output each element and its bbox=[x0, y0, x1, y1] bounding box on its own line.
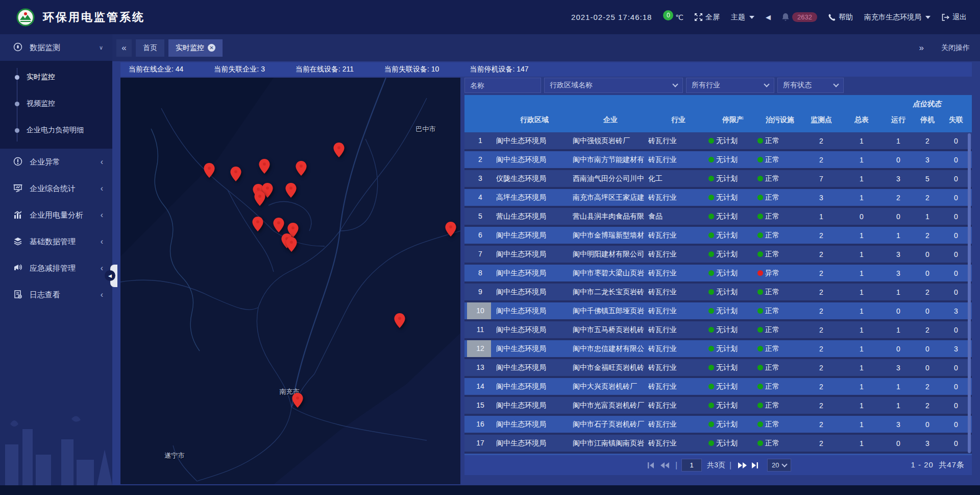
pagination-summary: 1 - 20 共47条 bbox=[911, 460, 965, 470]
submenu-dot bbox=[15, 102, 19, 106]
map-pin-14[interactable] bbox=[286, 237, 297, 252]
row-stop-plan-status-label: 无计划 bbox=[716, 288, 738, 296]
sidebar-item-label: 日志查看 bbox=[30, 290, 60, 300]
map-pin-15[interactable] bbox=[445, 222, 456, 237]
row-stop-plan-status: 无计划 bbox=[708, 325, 757, 335]
close-icon[interactable]: ✕ bbox=[208, 44, 215, 52]
table-row[interactable]: 10阆中生态环境局阆中千佛镇五郎垭页岩砖瓦行业无计划正常21003 bbox=[464, 302, 972, 319]
table-row[interactable]: 11阆中生态环境局阆中市五马桥页岩机砖砖瓦行业无计划正常21120 bbox=[464, 321, 972, 338]
table-row[interactable]: 1阆中生态环境局阆中强锐页岩砖厂砖瓦行业无计划正常21120 bbox=[464, 132, 972, 149]
row-lost: 0 bbox=[941, 383, 971, 391]
chevron-down-icon bbox=[925, 16, 930, 19]
map-pin-8[interactable] bbox=[285, 183, 297, 198]
first-page-button[interactable] bbox=[645, 460, 658, 471]
table-row[interactable]: 6阆中生态环境局阆中市金博瑞新型墙材砖瓦行业无计划正常21120 bbox=[464, 227, 972, 244]
row-stopped: 1 bbox=[914, 213, 941, 221]
next-page-button[interactable] bbox=[736, 460, 749, 471]
sidebar-item-4[interactable]: 企业用电量分析‹ bbox=[0, 202, 112, 228]
sidebar-subitem-企业电力负荷明细[interactable]: 企业电力负荷明细 bbox=[0, 117, 112, 144]
table-row[interactable]: 12阆中生态环境局阆中市忠信建材有限公砖瓦行业无计划正常21003 bbox=[464, 340, 972, 357]
page-size-select[interactable]: 20 bbox=[767, 459, 791, 472]
fullscreen-button[interactable]: 全屏 bbox=[695, 13, 720, 22]
table-row[interactable]: 14阆中生态环境局阆中大兴页岩机砖厂砖瓦行业无计划正常21120 bbox=[464, 378, 972, 395]
map-pin-11[interactable] bbox=[273, 218, 284, 233]
table-row[interactable]: 13阆中生态环境局阆中市金福旺页岩机砖砖瓦行业无计划正常21300 bbox=[464, 359, 972, 376]
table-row[interactable]: 2阆中生态环境局阆中市南方节能建材有砖瓦行业无计划正常21030 bbox=[464, 151, 972, 168]
map-pin-16[interactable] bbox=[394, 313, 405, 328]
prev-page-button[interactable] bbox=[658, 460, 671, 471]
logout-button[interactable]: 退出 bbox=[942, 13, 967, 22]
row-facility-status-label: 正常 bbox=[765, 363, 779, 371]
sidebar-item-5[interactable]: 基础数据管理‹ bbox=[0, 228, 112, 255]
notification-button[interactable]: 2632 bbox=[782, 12, 817, 22]
table-row[interactable]: 9阆中生态环境局阆中市二龙长宝页岩砖砖瓦行业无计划正常21120 bbox=[464, 284, 972, 300]
map-pane[interactable]: 巴中市南充市遂宁市 bbox=[120, 78, 460, 484]
map-pin-1[interactable] bbox=[204, 163, 215, 178]
row-region: 阆中生态环境局 bbox=[496, 136, 573, 146]
sidebar-subitem-实时监控[interactable]: 实时监控 bbox=[0, 64, 112, 90]
table-row[interactable]: 7阆中生态环境局阆中明阳建材有限公司砖瓦行业无计划正常21300 bbox=[464, 246, 972, 263]
status-filter-select[interactable]: 所有状态 bbox=[777, 78, 844, 93]
status-dot-icon bbox=[708, 157, 714, 162]
sidebar-item-6[interactable]: 应急减排管理‹ bbox=[0, 255, 112, 281]
map-pin-10[interactable] bbox=[252, 217, 263, 232]
tabs-scroll-left-button[interactable]: « bbox=[116, 39, 132, 57]
submenu-dot bbox=[15, 128, 19, 133]
tabs-scroll-right-button[interactable]: » bbox=[919, 43, 924, 53]
sidebar-item-1[interactable]: 数据监测∨ bbox=[0, 34, 112, 61]
tab-实时监控[interactable]: 实时监控✕ bbox=[168, 39, 223, 57]
help-button[interactable]: 帮助 bbox=[828, 13, 853, 22]
org-dropdown[interactable]: 南充市生态环境局 bbox=[864, 13, 930, 22]
chevron-left-icon: ‹ bbox=[101, 290, 103, 299]
map-pin-9[interactable] bbox=[254, 191, 265, 206]
table-row[interactable]: 8阆中生态环境局阆中市枣碧大梁山页岩砖瓦行业无计划异常21300 bbox=[464, 265, 972, 281]
table-header-企业: 企业 bbox=[573, 95, 648, 132]
sidebar-item-3[interactable]: 企业综合统计‹ bbox=[0, 175, 112, 202]
enterprise-stats-icon bbox=[13, 183, 22, 194]
table-scrollbar[interactable] bbox=[968, 133, 971, 453]
row-monitor-points: 2 bbox=[802, 307, 840, 315]
row-company: 阆中市金福旺页岩机砖 bbox=[573, 363, 648, 372]
mute-button[interactable]: ◀ bbox=[766, 13, 771, 21]
logout-label: 退出 bbox=[952, 13, 967, 22]
row-industry: 砖瓦行业 bbox=[648, 288, 708, 297]
map-pin-5[interactable] bbox=[333, 143, 345, 158]
page-number-input[interactable] bbox=[681, 459, 702, 472]
close-operations-button[interactable]: 关闭操作 bbox=[941, 43, 970, 53]
table-row[interactable]: 16阆中生态环境局阆中市石子页岩机砖厂砖瓦行业无计划正常21300 bbox=[464, 416, 972, 433]
stats-bar: 当前在线企业: 44当前失联企业: 3当前在线设备: 211当前失联设备: 10… bbox=[120, 62, 972, 77]
pagination-range: 1 - 20 bbox=[911, 460, 934, 469]
sidebar-item-2[interactable]: 企业异常‹ bbox=[0, 149, 112, 175]
table-row[interactable]: 4高坪生态环境局南充市高坪区王家店建砖瓦行业无计划正常31220 bbox=[464, 189, 972, 206]
table-row[interactable]: 17阆中生态环境局阆中市江南镇阆南页岩砖瓦行业无计划正常21030 bbox=[464, 435, 972, 452]
row-lost: 0 bbox=[941, 194, 971, 202]
row-facility-status: 正常 bbox=[757, 231, 802, 240]
map-pin-4[interactable] bbox=[296, 161, 307, 176]
map-pin-2[interactable] bbox=[230, 167, 241, 182]
table-row[interactable]: 15阆中生态环境局阆中市光富页岩机砖厂砖瓦行业无计划正常21120 bbox=[464, 397, 972, 414]
row-stopped: 2 bbox=[914, 383, 941, 391]
fullscreen-label: 全屏 bbox=[705, 13, 720, 22]
industry-filter-select[interactable]: 所有行业 bbox=[686, 78, 774, 93]
sidebar-subitem-视频监控[interactable]: 视频监控 bbox=[0, 90, 112, 117]
sidebar-collapse-handle[interactable]: ◀ bbox=[110, 265, 117, 287]
row-region: 阆中生态环境局 bbox=[496, 307, 573, 316]
table-row[interactable]: 18南部生态环境局南部县砖华水泥有限公建材行业无计划正常60060 bbox=[464, 454, 972, 455]
sidebar-item-7[interactable]: 日志查看‹ bbox=[0, 281, 112, 308]
row-facility-status: 正常 bbox=[757, 307, 802, 316]
region-filter-select[interactable]: 行政区域名称 bbox=[544, 78, 683, 93]
row-index: 1 bbox=[464, 132, 496, 149]
row-monitor-points: 2 bbox=[802, 137, 840, 145]
name-filter-input[interactable] bbox=[470, 81, 535, 89]
map-pin-3[interactable] bbox=[259, 159, 270, 174]
table-row[interactable]: 5营山生态环境局营山县润丰肉食品有限食品无计划正常10010 bbox=[464, 208, 972, 225]
row-facility-status-label: 正常 bbox=[765, 155, 779, 163]
table-row[interactable]: 3仪陇生态环境局西南油气田分公司川中化工无计划正常71350 bbox=[464, 170, 972, 187]
map-pin-17[interactable] bbox=[292, 393, 303, 408]
status-dot-icon bbox=[708, 440, 714, 446]
theme-button[interactable]: 主题 bbox=[731, 13, 754, 22]
tab-首页[interactable]: 首页 bbox=[136, 39, 164, 57]
last-page-button[interactable] bbox=[749, 460, 762, 471]
row-monitor-points: 2 bbox=[802, 326, 840, 334]
table-header-治污设施: 治污设施 bbox=[757, 95, 802, 132]
